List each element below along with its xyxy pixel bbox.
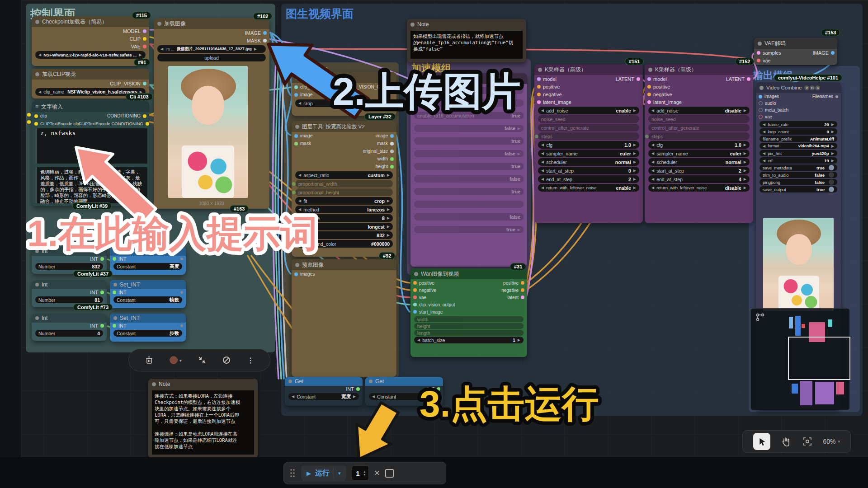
number-widget[interactable]: Number81 [35,296,103,303]
output-port-image[interactable]: image [376,133,394,138]
node-clip-vision-encode[interactable]: clip_visionCLIP_VISION_OUTPUT image ◀cro… [292,72,396,116]
input-port-image[interactable]: image [294,133,312,138]
node-layer-scale-tool[interactable]: 图层工具: 按宽高比缩放 V2 imageimage maskmask orig… [292,121,396,257]
node-ksampler-advanced-1[interactable]: K采样器（高级） modelLATENT positive negative l… [534,64,643,223]
crop-widget[interactable]: ◀crop▶ [295,99,393,107]
input-port-vae[interactable]: vae [759,114,772,119]
add-noise-widget[interactable]: ◀add_noiseenable▶ [538,107,639,114]
trash-icon[interactable] [145,356,154,365]
node-set-int-1[interactable]: Set_INT INT Constant高度 [110,247,186,275]
proportional-width-widget[interactable]: proportional_width [295,180,393,188]
side-widget[interactable]: ◀sidelongest▶ [295,223,393,230]
loaded-image-preview[interactable] [168,66,248,198]
background-color-widget[interactable]: background_color#000000 [295,240,393,248]
sampler-name-widget[interactable]: ◀sampler_nameeuler▶ [538,150,639,157]
return-leftover-noise-widget[interactable]: ◀return_with_leftover_noisedisable▶ [648,184,750,192]
minimap-panel[interactable] [750,308,850,410]
input-port-negative[interactable]: negative [413,288,436,293]
constant-widget[interactable]: Constant高度 [113,263,182,270]
input-port-clip2[interactable]: CLIPTextEncode clip [34,121,78,126]
accel-fp16-widget[interactable]: enable_fp16_accumulationtrue [414,112,524,119]
method-widget[interactable]: ◀methodlanczos▶ [295,206,393,213]
sampler-name-widget[interactable]: ◀sampler_nameeuler▶ [648,150,750,157]
input-port-int[interactable]: INT [113,323,127,328]
input-port-images[interactable]: images [294,272,315,277]
negative-prompt-textarea[interactable]: 色调艳丽，过曝，静态，细节模糊不清，字幕，风格，作品，画作，画面，静止，整体发灰… [35,167,147,203]
output-port-clip-vision-output[interactable]: CLIP_VISION_OUTPUT [346,84,394,89]
clear-queue-icon[interactable]: × [374,469,380,478]
constant-widget[interactable]: Constant步数 [113,330,182,337]
accel-widget[interactable]: true [414,163,524,170]
constant-widget[interactable]: ◀Constant高度▶ [369,393,439,400]
output-port-mask[interactable]: MASK [247,38,267,43]
image-file-widget[interactable]: ◀im ...微信图片_20251110164636_17_3927.jpg▶ [157,45,266,53]
output-port-mask[interactable]: mask [377,141,394,146]
bypass-icon[interactable] [222,356,231,365]
zoom-level-control[interactable]: 60%▾ [823,438,840,445]
drag-handle-icon[interactable] [289,468,296,478]
fit-view-icon[interactable] [802,436,813,447]
number-widget[interactable]: Number4 [35,330,103,337]
output-port-image[interactable]: IMAGE [813,50,835,56]
accel-widget[interactable] [414,201,524,208]
node-preview-image[interactable]: 预览图像 images [292,259,396,377]
aspect-ratio-widget[interactable]: ◀aspect_ratiocustom▶ [295,171,393,179]
end-at-step-widget[interactable]: ◀end_at_step2▶ [538,175,639,183]
run-options-chevron-icon[interactable]: ▾ [338,470,341,476]
viewport-toolbar[interactable]: 60%▾ [742,430,851,453]
input-port-clip-vision[interactable]: clip_vision [294,84,321,89]
node-checkpoint-loader[interactable]: Checkpoint加载器（简易） MODEL CLIP VAE ◀NSFW\w… [32,16,149,66]
node-int-1[interactable]: Int INT Number832 [32,247,107,274]
output-port-image[interactable]: IMAGE [245,30,267,36]
output-port-negative[interactable]: negative [501,288,524,293]
noise-seed-widget[interactable]: noise_seed [648,115,750,123]
accel-widget[interactable] [414,99,524,107]
cfg-widget[interactable]: ◀cfg1.0▶ [648,141,750,149]
input-port-model[interactable]: model [537,76,557,82]
node-note-lora[interactable]: Note 连接方式：如果要接LORA，左边连接 Checkpoint的模型点，右… [148,379,258,458]
save-output-toggle[interactable]: save_outputtrue [760,186,837,192]
output-port-latent[interactable]: LATENT [616,76,640,82]
input-port-int[interactable]: INT [113,256,127,262]
input-port-positive[interactable]: positive [537,84,560,89]
input-port-negative[interactable]: negative [537,92,562,97]
collapse-icon[interactable] [198,356,207,365]
accel-widget[interactable]: false [414,175,524,183]
output-port-vae[interactable]: VAE [131,44,146,49]
output-port-int[interactable]: INT [90,256,104,262]
accel-widget[interactable]: true [414,188,524,195]
input-port-model[interactable]: model [647,76,667,82]
accel-widget[interactable]: false▶ [414,150,524,157]
proportional-height-widget[interactable]: proportional_height [295,188,393,196]
node-color-swatch[interactable]: ▾ [170,356,182,364]
input-port-positive[interactable]: positive [647,84,670,89]
output-port-latent[interactable]: LATENT [726,76,750,82]
constant-widget[interactable]: Constant帧数 [113,296,182,303]
input-port-mask[interactable]: mask [294,141,311,146]
output-port-clip-vision[interactable]: CLIP_VISION [110,81,146,86]
length-widget[interactable]: ◀length832▶ [295,231,393,239]
node-get-2[interactable]: Get INT ◀Constant高度▶ [365,377,443,406]
input-port-images[interactable]: images [759,94,779,99]
select-tool-button[interactable] [753,433,770,450]
steps-widget[interactable]: steps [538,132,639,140]
input-port-latent-image[interactable]: latent_image [647,99,682,105]
node-int-2[interactable]: Int INT Number81 [32,280,107,307]
input-port-positive[interactable]: positive [413,281,434,286]
more-options-icon[interactable]: ⋮ [247,356,254,365]
return-leftover-noise-widget[interactable]: ◀return_with_leftover_noiseenable▶ [538,184,639,192]
length-widget[interactable]: length [414,330,524,336]
batch-size-widget[interactable]: ◀batch_size1▶ [414,337,524,343]
output-port-int[interactable]: INT [346,386,360,392]
input-port-clip-vision-output[interactable]: clip_vision_output [413,302,455,307]
multiple-widget[interactable]: ◀multiple8▶ [295,214,393,222]
width-widget[interactable]: width [414,316,524,322]
video-result-preview[interactable] [763,218,834,311]
output-port-original-size[interactable]: original_size [363,149,394,154]
format-widget[interactable]: ◀formatvideo/h264-mp4▶ [760,143,837,149]
comfyui-canvas[interactable]: 控制界面 图生视频界面 模组 加速模组 输出模组 [0,0,868,488]
scheduler-widget[interactable]: ◀schedulernormal▶ [648,158,750,166]
node-note-fp16[interactable]: Note 如果模型出现雪花或者报错，就将加速节点 的enable_fp16_ac… [407,19,526,62]
node-set-int-2[interactable]: Set_INT INT Constant帧数 [110,280,186,308]
end-at-step-widget[interactable]: ◀end_at_step4▶ [648,175,750,183]
